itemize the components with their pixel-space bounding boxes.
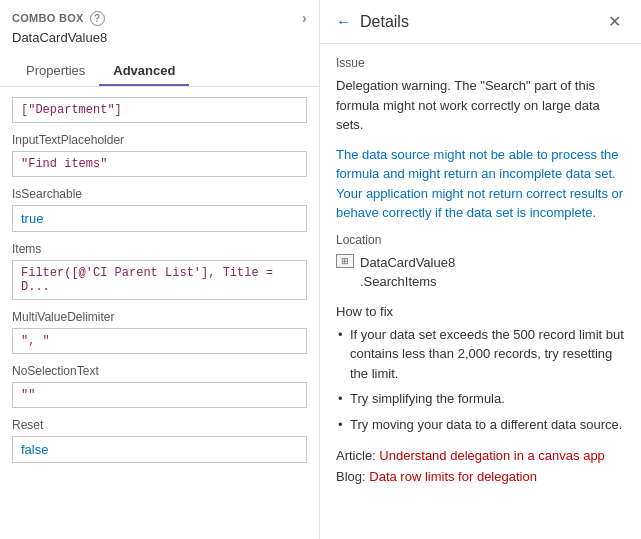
field-input-multi-value-delimiter[interactable]: ", ": [12, 328, 307, 354]
field-label-is-searchable: IsSearchable: [12, 187, 307, 201]
tab-properties[interactable]: Properties: [12, 57, 99, 86]
fix-item-1: Try simplifying the formula.: [336, 389, 625, 409]
back-arrow-icon[interactable]: ←: [336, 13, 352, 31]
close-button[interactable]: ✕: [604, 10, 625, 33]
field-group-multi-value-delimiter: MultiValueDelimiter ", ": [12, 310, 307, 354]
blog-link[interactable]: Data row limits for delegation: [369, 469, 537, 484]
field-group-no-selection-text: NoSelectionText "": [12, 364, 307, 408]
article-label: Article:: [336, 448, 376, 463]
fix-item-0: If your data set exceeds the 500 record …: [336, 325, 625, 384]
field-label-items: Items: [12, 242, 307, 256]
left-content: ["Department"] InputTextPlaceholder "Fin…: [0, 87, 319, 539]
field-input-input-text-placeholder[interactable]: "Find items": [12, 151, 307, 177]
field-group-input-text-placeholder: InputTextPlaceholder "Find items": [12, 133, 307, 177]
grid-icon: ⊞: [341, 256, 349, 266]
field-input-no-selection-text[interactable]: "": [12, 382, 307, 408]
data-card-name: DataCardValue8: [12, 26, 307, 53]
left-panel: COMBO BOX ? › DataCardValue8 Properties …: [0, 0, 320, 539]
issue-text-1: Delegation warning. The "Search" part of…: [336, 76, 625, 135]
field-label-reset: Reset: [12, 418, 307, 432]
combo-box-label: COMBO BOX: [12, 12, 84, 24]
location-section: Location ⊞ DataCardValue8 .SearchItems: [336, 233, 625, 292]
location-sub: .SearchItems: [360, 274, 437, 289]
tabs: Properties Advanced: [12, 57, 307, 86]
field-input-items[interactable]: Filter([@'CI Parent List'], Title = D...: [12, 260, 307, 300]
how-to-fix-title: How to fix: [336, 304, 625, 319]
issue-text-2: The data source might not be able to pro…: [336, 145, 625, 223]
combo-box-row: COMBO BOX ? ›: [12, 10, 307, 26]
field-group-is-searchable: IsSearchable true: [12, 187, 307, 232]
left-header: COMBO BOX ? › DataCardValue8 Properties …: [0, 0, 319, 87]
help-icon[interactable]: ?: [90, 11, 105, 26]
field-group-items: Items Filter([@'CI Parent List'], Title …: [12, 242, 307, 300]
field-label-input-text-placeholder: InputTextPlaceholder: [12, 133, 307, 147]
field-group-reset: Reset false: [12, 418, 307, 463]
right-header: ← Details ✕: [320, 0, 641, 44]
location-item: ⊞ DataCardValue8 .SearchItems: [336, 253, 625, 292]
location-text: DataCardValue8 .SearchItems: [360, 253, 455, 292]
how-to-fix-section: How to fix If your data set exceeds the …: [336, 304, 625, 435]
fix-item-2: Try moving your data to a different data…: [336, 415, 625, 435]
article-section: Article: Understand delegation in a canv…: [336, 446, 625, 488]
article-link[interactable]: Understand delegation in a canvas app: [379, 448, 605, 463]
field-label-multi-value-delimiter: MultiValueDelimiter: [12, 310, 307, 324]
location-icon: ⊞: [336, 254, 354, 268]
field-input-is-searchable[interactable]: true: [12, 205, 307, 232]
location-label: Location: [336, 233, 625, 247]
right-title: Details: [360, 13, 604, 31]
blog-label: Blog:: [336, 469, 366, 484]
field-input-reset[interactable]: false: [12, 436, 307, 463]
field-group-department: ["Department"]: [12, 97, 307, 123]
location-name: DataCardValue8: [360, 255, 455, 270]
field-label-no-selection-text: NoSelectionText: [12, 364, 307, 378]
fix-list: If your data set exceeds the 500 record …: [336, 325, 625, 435]
issue-label: Issue: [336, 56, 625, 70]
field-input-department[interactable]: ["Department"]: [12, 97, 307, 123]
right-content: Issue Delegation warning. The "Search" p…: [320, 44, 641, 539]
tab-advanced[interactable]: Advanced: [99, 57, 189, 86]
expand-icon[interactable]: ›: [302, 10, 307, 26]
right-panel: ← Details ✕ Issue Delegation warning. Th…: [320, 0, 641, 539]
